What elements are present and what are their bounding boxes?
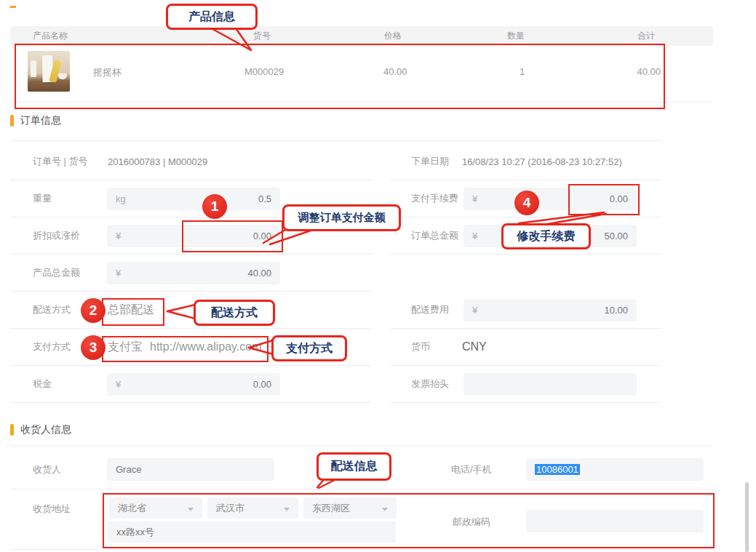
field-product-total: 产品总金额 ¥ 40.00: [10, 255, 371, 292]
col-price: 价格: [384, 26, 402, 46]
order-detail-page: 产品名称 货号 价格 数量 合计 摇摇杯 M000029 40.00 1 40.…: [0, 0, 756, 552]
postcode-label: 邮政编码: [453, 516, 490, 529]
phone-input[interactable]: 10086001: [526, 458, 704, 481]
annotation-callout-modify-fee: 修改手续费: [501, 223, 591, 249]
product-total-input[interactable]: ¥ 40.00: [107, 262, 280, 284]
currency-symbol: ¥: [472, 305, 477, 316]
chevron-down-icon: [284, 503, 290, 513]
province-select[interactable]: 湖北省: [109, 497, 202, 519]
delivery-method-label: 配送方式: [33, 292, 71, 328]
weight-unit: kg: [116, 193, 126, 204]
currency-symbol: ¥: [116, 379, 121, 390]
divider: [10, 549, 713, 550]
payment-method-value[interactable]: 支付宝 http://www.alipay.com: [108, 329, 262, 365]
scrollbar-thumb[interactable]: [745, 482, 749, 552]
product-total-label: 产品总金额: [33, 255, 80, 291]
product-total-value: 40.00: [247, 268, 271, 279]
photo-deer-figure: [31, 60, 36, 77]
weight-label: 重量: [33, 180, 52, 217]
section-bar: [10, 424, 14, 436]
invoice-title-input[interactable]: [463, 373, 637, 396]
street-value: xx路xx号: [116, 526, 154, 539]
discount-value: 0.00: [253, 231, 271, 241]
pay-fee-input[interactable]: ¥ 0.00: [463, 188, 637, 210]
photo-cup: [58, 73, 67, 79]
currency-label: 货币: [411, 329, 430, 365]
postcode-input[interactable]: [526, 510, 704, 532]
payment-method-url: http://www.alipay.com: [150, 340, 262, 353]
tax-label: 税金: [33, 366, 52, 402]
order-date-value: 16/08/23 10:27 (2016-08-23 10:27:52): [462, 143, 622, 180]
annotation-callout-adjust-amount: 调整订单支付金额: [282, 204, 401, 231]
col-total: 合计: [611, 26, 655, 46]
annotation-callout-product-info: 产品信息: [166, 4, 258, 30]
product-image: [28, 51, 70, 92]
currency-symbol: ¥: [116, 231, 121, 241]
product-price: 40.00: [383, 66, 407, 77]
currency-symbol: ¥: [472, 231, 477, 241]
product-quantity: 1: [520, 66, 525, 77]
annotation-badge-3: 3: [81, 335, 106, 360]
field-empty: [391, 255, 661, 292]
annotation-callout-delivery-method: 配送方式: [194, 300, 275, 326]
order-date-label: 下单日期: [411, 143, 449, 180]
section-bar: [10, 115, 14, 127]
field-currency: 货币 CNY: [391, 329, 661, 366]
invoice-title-label: 发票抬头: [411, 366, 449, 402]
order-no-value: 2016000783 | M000029: [108, 143, 207, 180]
annotation-badge-2: 2: [81, 298, 106, 323]
phone-label: 电话/手机: [451, 463, 492, 476]
discount-label: 折扣或涨价: [33, 217, 80, 254]
product-item-no: M000029: [244, 66, 284, 77]
annotation-callout-shipping-info: 配送信息: [317, 452, 391, 481]
recipient-label: 收货人: [33, 463, 61, 476]
tax-value: 0.00: [253, 379, 271, 390]
section-marker-top: [10, 6, 16, 8]
product-name: 摇摇杯: [93, 66, 122, 79]
delivery-fee-input[interactable]: ¥ 10.00: [463, 299, 637, 321]
chevron-down-icon: [188, 503, 194, 513]
order-total-value: 50.00: [604, 231, 628, 241]
recipient-input[interactable]: Grace: [107, 458, 274, 481]
recipient-info-title: 收货人信息: [20, 423, 71, 436]
divider: [10, 489, 713, 489]
pay-fee-value: 0.00: [610, 193, 628, 204]
payment-method-label: 支付方式: [33, 329, 71, 365]
delivery-method-value[interactable]: 总部配送: [108, 292, 154, 328]
field-order-date: 下单日期 16/08/23 10:27 (2016-08-23 10:27:52…: [391, 143, 661, 180]
delivery-fee-value: 10.00: [604, 305, 628, 316]
field-order-no: 订单号 | 货号 2016000783 | M000029: [10, 143, 371, 180]
city-select[interactable]: 武汉市: [207, 497, 298, 519]
delivery-fee-label: 配送费用: [411, 292, 449, 328]
divider: [10, 140, 661, 141]
product-total: 40.00: [615, 66, 661, 77]
weight-input[interactable]: kg 0.5: [107, 188, 280, 210]
currency-symbol: ¥: [472, 193, 477, 204]
city-value: 武汉市: [216, 502, 244, 515]
tax-input[interactable]: ¥ 0.00: [107, 373, 280, 396]
annotation-badge-4: 4: [514, 191, 539, 215]
province-value: 湖北省: [118, 502, 146, 515]
field-delivery-method: 配送方式 总部配送: [10, 292, 371, 329]
district-value: 东西湖区: [312, 502, 350, 515]
district-select[interactable]: 东西湖区: [303, 497, 397, 519]
order-total-label: 订单总金额: [411, 217, 458, 254]
divider: [10, 102, 713, 103]
order-info-title: 订单信息: [20, 114, 61, 127]
currency-symbol: ¥: [116, 268, 121, 279]
street-input[interactable]: xx路xx号: [108, 521, 396, 543]
field-delivery-fee: 配送费用 ¥ 10.00: [391, 292, 661, 329]
col-item-no: 货号: [253, 26, 271, 46]
col-quantity: 数量: [507, 26, 525, 46]
annotation-callout-payment-method: 支付方式: [271, 335, 347, 361]
payment-method-name: 支付宝: [108, 340, 143, 355]
field-tax: 税金 ¥ 0.00: [10, 366, 371, 403]
product-table-header: 产品名称 货号 价格 数量 合计: [10, 26, 713, 46]
currency-value: CNY: [462, 329, 487, 365]
discount-input[interactable]: ¥ 0.00: [107, 225, 280, 247]
phone-value-selected: 10086001: [535, 464, 580, 475]
field-invoice-title: 发票抬头: [391, 366, 661, 403]
order-no-label: 订单号 | 货号: [33, 143, 88, 180]
annotation-badge-1: 1: [202, 194, 227, 219]
recipient-value: Grace: [116, 464, 141, 475]
